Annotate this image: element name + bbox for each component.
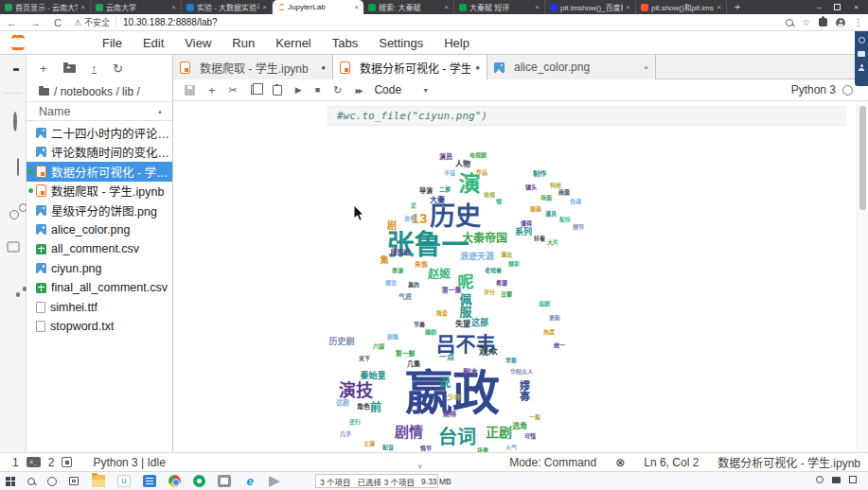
close-icon[interactable]: × [717, 3, 721, 11]
menu-settings[interactable]: Settings [368, 36, 434, 50]
browser-tab[interactable]: 大秦赋 短评× [454, 0, 545, 14]
close-icon[interactable]: × [854, 3, 859, 11]
file-item[interactable]: 星级评分的饼图.png [27, 201, 172, 220]
cortana-icon[interactable] [47, 477, 57, 486]
insert-cell-icon[interactable]: + [208, 83, 216, 97]
ie-app-icon[interactable]: e [243, 475, 257, 487]
document-tab[interactable]: 数据爬取 - 学生.ipynb● [173, 55, 333, 79]
browser-tab[interactable]: 搜索: 大秦赋× [363, 0, 454, 14]
name-column-header[interactable]: Name [39, 105, 70, 118]
breadcrumb[interactable]: / notebooks / lib / [27, 82, 172, 102]
run-icon[interactable]: ▶ [295, 85, 302, 95]
user-icon[interactable] [859, 64, 865, 71]
menu-view[interactable]: View [174, 36, 221, 50]
browser-tab[interactable]: 实验 - 大数据实验平台× [182, 0, 273, 14]
plane-app-icon[interactable] [269, 476, 280, 487]
stop-icon[interactable]: ■ [315, 85, 320, 95]
close-icon[interactable]: × [444, 3, 449, 11]
scrollbar[interactable] [857, 101, 868, 452]
zoom-icon[interactable] [786, 19, 793, 26]
reload-icon[interactable]: C [47, 17, 68, 28]
menu-help[interactable]: Help [434, 36, 480, 50]
restart-kernel-icon[interactable]: ↻ [333, 84, 342, 96]
notebook-body[interactable]: #wc.to_file("ciyun.png") 嬴政张鲁一历史吕不韦台词演演技… [173, 101, 868, 452]
cell-type-dropdown[interactable]: Code ▼ [374, 83, 429, 96]
browser-tab[interactable]: plt.show()和plt.imshow()的区别× [636, 0, 727, 14]
file-item[interactable]: alice_color.png [27, 220, 172, 240]
chrome-app-icon[interactable] [168, 475, 181, 487]
file-item[interactable]: 评论数随时间的变化… [27, 143, 172, 163]
upload-icon[interactable]: ↑ [92, 63, 97, 74]
browser-tab[interactable]: 云南大学× [91, 0, 182, 14]
gray-app-icon[interactable] [218, 475, 231, 487]
open-tabs-icon[interactable] [7, 242, 19, 253]
code-cell[interactable]: #wc.to_file("ciyun.png") [328, 106, 845, 126]
scrollbar-thumb[interactable] [859, 106, 866, 210]
close-icon[interactable]: × [80, 3, 85, 11]
paste-icon[interactable] [273, 85, 282, 96]
new-folder-icon[interactable] [63, 64, 76, 73]
start-button-icon[interactable] [6, 477, 15, 486]
copy-icon[interactable] [251, 85, 259, 95]
search-icon[interactable] [27, 478, 35, 485]
refresh-icon[interactable]: ↻ [113, 61, 123, 76]
terminal-count[interactable]: 1 [12, 456, 19, 469]
extension-icon[interactable] [819, 18, 827, 26]
running-sessions-icon[interactable] [13, 112, 17, 131]
commands-icon[interactable] [17, 158, 19, 176]
browser-tab[interactable]: 首页显示 - 云南大学计算中心× [0, 0, 91, 14]
file-item[interactable]: 数据分析可视化 - 学… [27, 162, 172, 182]
back-icon[interactable]: ← [0, 17, 24, 28]
forward-icon[interactable]: → [24, 17, 47, 28]
file-item[interactable]: simhei.ttf [27, 298, 172, 318]
close-icon[interactable]: × [535, 3, 540, 11]
blue-app-icon[interactable] [143, 475, 156, 487]
browser-menu-icon[interactable]: ⋮ [854, 17, 863, 27]
file-item[interactable]: final_all_comment.csv [27, 278, 172, 298]
file-item[interactable]: stopword.txt [27, 317, 172, 337]
file-item[interactable]: 二十四小时内的评论… [27, 123, 172, 143]
kernel-status-text[interactable]: Python 3 | Idle [93, 456, 166, 469]
dirty-indicator[interactable]: ● [321, 63, 326, 72]
bookmark-icon[interactable]: ☆ [802, 17, 810, 27]
close-icon[interactable]: × [262, 3, 267, 11]
u-app-icon[interactable]: u [117, 475, 131, 487]
task-view-icon[interactable] [69, 477, 79, 485]
minimize-icon[interactable]: – [817, 3, 821, 11]
browser-tab[interactable]: plt.imshow()_百度搜索× [545, 0, 636, 14]
menu-run[interactable]: Run [221, 36, 265, 50]
magnifier-icon[interactable] [859, 37, 865, 44]
file-list-header[interactable]: Name ▲ [27, 102, 172, 121]
file-item[interactable]: all_comment.csv [27, 239, 172, 259]
url-field[interactable]: 10.30.188.2:8888/lab? [115, 17, 218, 27]
file-item[interactable]: 数据爬取 - 学生.ipynb [27, 182, 172, 201]
document-tab[interactable]: alice_color.png× [487, 55, 656, 79]
new-launcher-icon[interactable]: + [40, 61, 47, 76]
profile-avatar[interactable] [836, 18, 845, 27]
menu-edit[interactable]: Edit [133, 36, 174, 50]
tray-icon[interactable] [816, 476, 824, 483]
run-all-icon[interactable]: ▸▸ [355, 85, 361, 96]
green-app-icon[interactable] [193, 475, 205, 487]
home-folder-icon[interactable] [39, 88, 49, 96]
menu-tabs[interactable]: Tabs [322, 36, 368, 50]
dirty-indicator[interactable]: ● [475, 63, 480, 72]
document-tab[interactable]: 数据分析可视化 - 学生.ipynb● [333, 54, 487, 79]
hidden-icons-chevron[interactable]: ∨ [417, 463, 422, 470]
security-indicator[interactable]: ⚠不安全 [74, 16, 110, 28]
save-icon[interactable] [185, 85, 195, 96]
file-item[interactable]: ciyun.png [27, 259, 172, 279]
kernel-count[interactable]: 2 [48, 456, 55, 469]
browser-tab[interactable]: JupyterLab× [273, 0, 363, 14]
close-icon[interactable]: × [644, 63, 648, 72]
file-explorer-icon[interactable] [92, 475, 105, 487]
new-tab-button[interactable]: + [727, 0, 748, 14]
tray-icon[interactable] [832, 477, 841, 483]
cut-icon[interactable]: ✂ [229, 84, 238, 96]
menu-kernel[interactable]: Kernel [265, 36, 322, 50]
cursor-position[interactable]: Ln 6, Col 2 [644, 456, 699, 469]
tray-icon[interactable] [849, 476, 857, 483]
close-icon[interactable]: × [626, 3, 630, 11]
restore-icon[interactable] [834, 4, 841, 10]
close-icon[interactable]: × [354, 3, 359, 11]
